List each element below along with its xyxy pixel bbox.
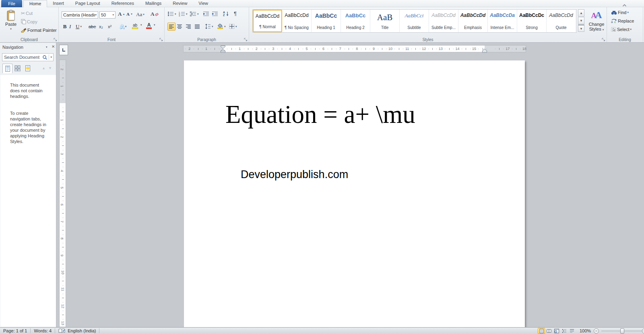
horizontal-ruler[interactable]: 211234567891011121314151718 xyxy=(183,45,526,52)
align-left-button[interactable] xyxy=(167,23,175,31)
superscript-button[interactable]: x² xyxy=(108,24,111,29)
styles-dialog-launcher[interactable] xyxy=(602,38,605,41)
style-quote[interactable]: AaBbCcDdQuote xyxy=(547,10,576,32)
numbering-dropdown-arrow[interactable]: ▾ xyxy=(186,12,188,16)
spellcheck-book-icon[interactable] xyxy=(58,328,65,333)
next-heading-arrow[interactable]: ▼ xyxy=(48,66,52,70)
zoom-slider-thumb[interactable] xyxy=(620,328,624,334)
zoom-out-button[interactable]: − xyxy=(594,328,599,334)
nav-tab-headings[interactable] xyxy=(2,64,12,73)
bullets-button[interactable]: ▾ xyxy=(167,11,176,17)
view-draft-button[interactable] xyxy=(568,328,576,334)
view-print-layout-button[interactable] xyxy=(538,328,545,334)
word-count[interactable]: Words: 4 xyxy=(34,328,52,333)
increase-indent-button[interactable] xyxy=(212,11,218,17)
line-spacing-button[interactable]: ▾ xyxy=(205,24,213,29)
zoom-level[interactable]: 100% xyxy=(580,328,591,333)
font-size-dropdown-arrow[interactable]: ▾ xyxy=(112,12,114,18)
clipboard-dialog-launcher[interactable] xyxy=(54,38,57,41)
previous-heading-arrow[interactable]: ▲ xyxy=(42,66,45,70)
style-emphasis[interactable]: AaBbCcDdEmphasis xyxy=(458,10,488,32)
change-case-button[interactable]: Aa ▾ xyxy=(136,11,144,18)
tab-references[interactable]: References xyxy=(106,0,140,7)
select-dropdown-arrow[interactable]: ▾ xyxy=(630,28,632,31)
tab-view[interactable]: View xyxy=(193,0,214,7)
borders-button[interactable]: ▾ xyxy=(229,24,237,29)
tab-review[interactable]: Review xyxy=(167,0,193,7)
borders-dropdown-arrow[interactable]: ▾ xyxy=(235,25,237,28)
font-family-dropdown-arrow[interactable]: ▾ xyxy=(95,12,97,18)
style-strong[interactable]: AaBbCcDcStrong xyxy=(517,10,547,32)
highlight-button[interactable]: ab xyxy=(132,23,138,29)
change-case-dropdown-arrow[interactable]: ▾ xyxy=(143,13,144,16)
navigation-pane-menu-arrow[interactable]: ▾ xyxy=(46,46,47,49)
style-title[interactable]: AaBTitle xyxy=(370,10,400,32)
search-icon[interactable] xyxy=(42,55,47,60)
tab-stop-selector[interactable] xyxy=(59,45,68,55)
justify-button[interactable] xyxy=(194,24,200,29)
text-effects-button[interactable]: A ▾ xyxy=(120,23,126,30)
decrease-indent-button[interactable] xyxy=(203,11,209,17)
style-subtitle[interactable]: AaBbCciSubtitle xyxy=(400,10,429,32)
minimize-ribbon-button[interactable] xyxy=(621,1,627,6)
view-web-layout-button[interactable] xyxy=(553,328,560,334)
paste-dropdown-arrow[interactable]: ▾ xyxy=(10,27,12,31)
align-right-button[interactable] xyxy=(186,24,191,29)
navigation-pane-close-icon[interactable]: ✕ xyxy=(52,44,55,49)
line-spacing-dropdown-arrow[interactable]: ▾ xyxy=(212,25,213,28)
indent-markers[interactable] xyxy=(220,46,226,53)
multilevel-list-button[interactable]: ▾ xyxy=(190,11,199,17)
font-dialog-launcher[interactable] xyxy=(159,38,163,41)
document-heading-text[interactable]: Equation = a+ \mu xyxy=(225,100,415,129)
document-body-text[interactable]: Developerpublish.com xyxy=(241,168,348,181)
strikethrough-button[interactable]: abe xyxy=(89,24,96,29)
style-h2[interactable]: AaBbCcHeading 2 xyxy=(341,10,370,32)
change-styles-button[interactable]: AA Change Styles ▾ xyxy=(587,10,606,32)
underline-dropdown-arrow[interactable]: ▾ xyxy=(80,25,82,28)
bullets-dropdown-arrow[interactable]: ▾ xyxy=(175,12,176,16)
select-button[interactable]: Select ▾ xyxy=(611,27,632,32)
style-intense[interactable]: AaBbCcDaIntense Em... xyxy=(488,10,517,32)
clear-formatting-button[interactable]: A xyxy=(151,11,159,17)
bold-button[interactable]: B xyxy=(62,23,68,30)
search-options-arrow[interactable]: ▾ xyxy=(49,54,53,60)
highlight-dropdown[interactable]: ▾ xyxy=(140,23,142,27)
tab-page-layout[interactable]: Page Layout xyxy=(70,0,106,7)
style-normal[interactable]: AaBbCcDd¶ Normal xyxy=(253,10,282,32)
find-button[interactable]: Find ▾ xyxy=(611,10,629,15)
nav-tab-results[interactable] xyxy=(23,64,33,73)
show-hide-pilcrow-button[interactable]: ¶ xyxy=(234,10,237,17)
page-indicator[interactable]: Page: 1 of 1 xyxy=(3,328,27,333)
tab-file[interactable]: File xyxy=(1,0,22,7)
font-size-combo[interactable]: 50 ▾ xyxy=(99,11,116,19)
text-effects-dropdown-arrow[interactable]: ▾ xyxy=(125,25,127,28)
view-fullscreen-reading-button[interactable] xyxy=(545,328,553,334)
view-outline-button[interactable] xyxy=(561,328,568,334)
shading-button[interactable]: ▾ xyxy=(217,24,226,29)
style-nospacing[interactable]: AaBbCcDd¶ No Spacing xyxy=(282,10,312,32)
format-painter-button[interactable]: Format Painter xyxy=(21,27,57,33)
italic-button[interactable]: I xyxy=(69,23,71,30)
styles-scroll-down-button[interactable]: ▼ xyxy=(578,17,584,24)
zoom-in-button[interactable]: + xyxy=(642,328,644,334)
sort-button[interactable]: A Z xyxy=(223,11,229,17)
replace-button[interactable]: ac Replace xyxy=(611,19,634,23)
paragraph-dialog-launcher[interactable] xyxy=(244,38,248,41)
numbering-button[interactable]: 1. 2. 3. ▾ xyxy=(179,11,188,17)
align-center-button[interactable] xyxy=(177,24,182,29)
search-input[interactable] xyxy=(2,55,42,60)
styles-scroll-up-button[interactable]: ▲ xyxy=(578,9,584,17)
font-family-combo[interactable]: Cambria (Headin ▾ xyxy=(62,11,98,19)
nav-tab-pages[interactable] xyxy=(12,64,23,73)
style-h1[interactable]: AaBbCcHeading 1 xyxy=(312,10,341,32)
subscript-button[interactable]: x₂ xyxy=(99,24,103,29)
styles-more-button[interactable]: ▼ xyxy=(578,25,584,32)
language-indicator[interactable]: English (India) xyxy=(68,328,96,333)
multilevel-dropdown-arrow[interactable]: ▾ xyxy=(197,12,199,16)
font-color-button[interactable]: A xyxy=(146,23,152,29)
vertical-ruler[interactable]: 2112345678910111213 xyxy=(59,60,66,327)
tab-mailings[interactable]: Mailings xyxy=(140,0,167,7)
style-subtle[interactable]: AaBbCcDdSubtle Emp... xyxy=(429,10,458,32)
find-dropdown-arrow[interactable]: ▾ xyxy=(627,11,629,14)
tab-insert[interactable]: Insert xyxy=(47,0,70,7)
